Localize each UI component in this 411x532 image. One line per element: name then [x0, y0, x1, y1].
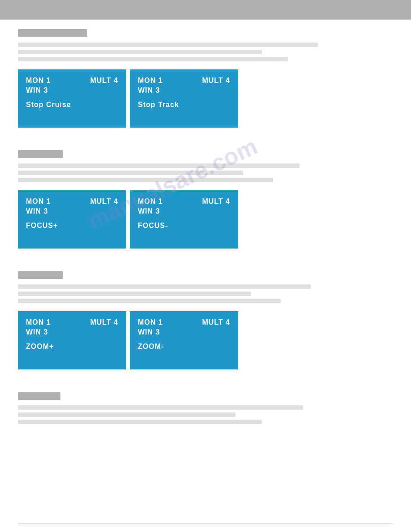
section-label-1: [18, 29, 87, 37]
cards-row-2: MON 1 MULT 4 WIN 3 FOCUS+ MON 1 MULT 4 W…: [18, 190, 393, 249]
desc-line-12: [18, 420, 262, 424]
cards-row-1: MON 1 MULT 4 WIN 3 Stop Cruise MON 1 MUL…: [18, 69, 393, 128]
section-zoom: MON 1 MULT 4 WIN 3 ZOOM+ MON 1 MULT 4 WI…: [18, 271, 393, 369]
card-stop-cruise-header: MON 1 MULT 4: [26, 77, 118, 85]
desc-area-1: [18, 43, 393, 61]
card-focus-plus-win: WIN 3: [26, 207, 118, 215]
cards-row-3: MON 1 MULT 4 WIN 3 ZOOM+ MON 1 MULT 4 WI…: [18, 311, 393, 369]
card-zoom-minus-mon: MON 1: [138, 318, 163, 326]
desc-line-5: [18, 171, 243, 175]
card-zoom-minus-action: ZOOM-: [138, 343, 230, 351]
card-focus-plus-mon: MON 1: [26, 197, 51, 206]
desc-line-4: [18, 163, 300, 168]
card-focus-plus-action: FOCUS+: [26, 222, 118, 230]
desc-line-6: [18, 178, 273, 182]
section-last: [18, 392, 393, 424]
desc-line-2: [18, 50, 262, 54]
card-stop-track-mult: MULT 4: [202, 77, 230, 85]
card-zoom-minus[interactable]: MON 1 MULT 4 WIN 3 ZOOM-: [130, 311, 238, 369]
card-focus-minus-mon: MON 1: [138, 197, 163, 206]
card-zoom-plus-header: MON 1 MULT 4: [26, 318, 118, 326]
card-focus-minus-header: MON 1 MULT 4: [138, 197, 230, 206]
card-focus-minus-mult: MULT 4: [202, 197, 230, 206]
spacer-1: [18, 141, 393, 150]
spacer-3: [18, 383, 393, 392]
card-stop-track-action: Stop Track: [138, 101, 230, 109]
card-focus-minus[interactable]: MON 1 MULT 4 WIN 3 FOCUS-: [130, 190, 238, 249]
desc-line-7: [18, 284, 311, 289]
desc-line-9: [18, 299, 281, 303]
card-focus-plus-mult: MULT 4: [90, 197, 118, 206]
card-focus-minus-action: FOCUS-: [138, 222, 230, 230]
card-stop-cruise-win: WIN 3: [26, 86, 118, 94]
card-stop-cruise[interactable]: MON 1 MULT 4 WIN 3 Stop Cruise: [18, 69, 126, 128]
section-focus: MON 1 MULT 4 WIN 3 FOCUS+ MON 1 MULT 4 W…: [18, 150, 393, 249]
bottom-separator: [18, 523, 393, 524]
section-label-3: [18, 271, 63, 279]
card-zoom-minus-mult: MULT 4: [202, 318, 230, 326]
section-label-4: [18, 392, 60, 400]
card-stop-track-mon: MON 1: [138, 77, 163, 85]
card-zoom-plus-mult: MULT 4: [90, 318, 118, 326]
card-stop-track-header: MON 1 MULT 4: [138, 77, 230, 85]
card-stop-track-win: WIN 3: [138, 86, 230, 94]
card-stop-cruise-mon: MON 1: [26, 77, 51, 85]
card-zoom-plus[interactable]: MON 1 MULT 4 WIN 3 ZOOM+: [18, 311, 126, 369]
desc-line-1: [18, 43, 318, 47]
desc-line-11: [18, 412, 235, 417]
desc-line-10: [18, 405, 303, 410]
card-stop-cruise-action: Stop Cruise: [26, 101, 118, 109]
card-stop-cruise-mult: MULT 4: [90, 77, 118, 85]
card-zoom-plus-action: ZOOM+: [26, 343, 118, 351]
desc-area-4: [18, 405, 393, 424]
section-cruise-track: MON 1 MULT 4 WIN 3 Stop Cruise MON 1 MUL…: [18, 29, 393, 128]
card-stop-track[interactable]: MON 1 MULT 4 WIN 3 Stop Track: [130, 69, 238, 128]
desc-area-3: [18, 284, 393, 303]
top-header: [0, 0, 411, 19]
desc-line-3: [18, 57, 288, 61]
section-label-2: [18, 150, 63, 158]
card-zoom-minus-win: WIN 3: [138, 328, 230, 336]
card-focus-plus[interactable]: MON 1 MULT 4 WIN 3 FOCUS+: [18, 190, 126, 249]
spacer-2: [18, 262, 393, 271]
card-zoom-plus-mon: MON 1: [26, 318, 51, 326]
desc-area-2: [18, 163, 393, 182]
card-focus-minus-win: WIN 3: [138, 207, 230, 215]
desc-line-8: [18, 292, 251, 296]
card-zoom-plus-win: WIN 3: [26, 328, 118, 336]
card-zoom-minus-header: MON 1 MULT 4: [138, 318, 230, 326]
card-focus-plus-header: MON 1 MULT 4: [26, 197, 118, 206]
